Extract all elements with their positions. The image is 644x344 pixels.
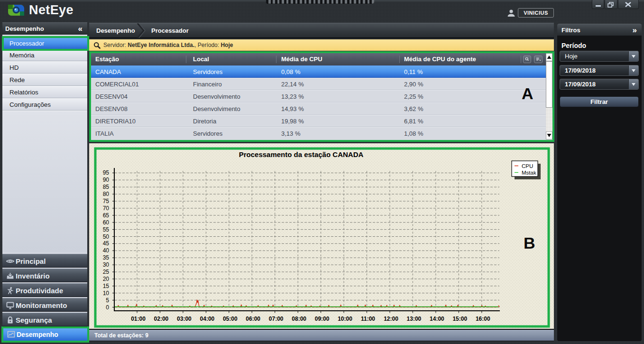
svg-text:95: 95 — [103, 169, 110, 176]
svg-text:B: B — [524, 234, 535, 252]
svg-text:CPU: CPU — [522, 163, 533, 169]
svg-text:75: 75 — [103, 198, 110, 205]
svg-text:11:00: 11:00 — [361, 316, 375, 322]
svg-text:15:00: 15:00 — [452, 316, 467, 322]
svg-text:70: 70 — [103, 205, 110, 212]
svg-text:06:00: 06:00 — [246, 316, 260, 322]
svg-text:60: 60 — [103, 219, 110, 226]
svg-text:30: 30 — [103, 261, 110, 268]
svg-text:25: 25 — [103, 269, 110, 275]
svg-text:55: 55 — [103, 226, 110, 233]
svg-text:50: 50 — [103, 233, 110, 240]
svg-text:04:00: 04:00 — [200, 316, 215, 322]
svg-text:65: 65 — [103, 212, 110, 219]
svg-text:Mstak: Mstak — [522, 170, 536, 176]
svg-text:90: 90 — [103, 177, 110, 183]
svg-text:14:00: 14:00 — [430, 316, 444, 322]
svg-text:45: 45 — [103, 240, 110, 247]
svg-text:5: 5 — [106, 297, 109, 304]
svg-text:40: 40 — [103, 247, 110, 254]
svg-text:15: 15 — [103, 283, 110, 289]
svg-text:Processamento da estação CANAD: Processamento da estação CANADA — [239, 150, 364, 158]
svg-text:20: 20 — [103, 276, 110, 282]
svg-text:10: 10 — [103, 290, 110, 297]
svg-text:80: 80 — [103, 191, 110, 197]
svg-text:16:00: 16:00 — [476, 316, 490, 322]
svg-text:35: 35 — [103, 254, 110, 261]
svg-text:0: 0 — [106, 304, 109, 311]
svg-text:08:00: 08:00 — [292, 316, 306, 322]
svg-text:09:00: 09:00 — [315, 316, 330, 322]
svg-text:01:00: 01:00 — [131, 316, 146, 322]
svg-text:07:00: 07:00 — [269, 316, 284, 322]
svg-text:05:00: 05:00 — [223, 316, 238, 322]
svg-text:13:00: 13:00 — [407, 316, 422, 322]
svg-text:12:00: 12:00 — [384, 316, 398, 322]
svg-text:02:00: 02:00 — [154, 316, 169, 322]
svg-text:85: 85 — [103, 184, 110, 190]
svg-text:03:00: 03:00 — [177, 316, 192, 322]
svg-text:10:00: 10:00 — [338, 316, 352, 322]
